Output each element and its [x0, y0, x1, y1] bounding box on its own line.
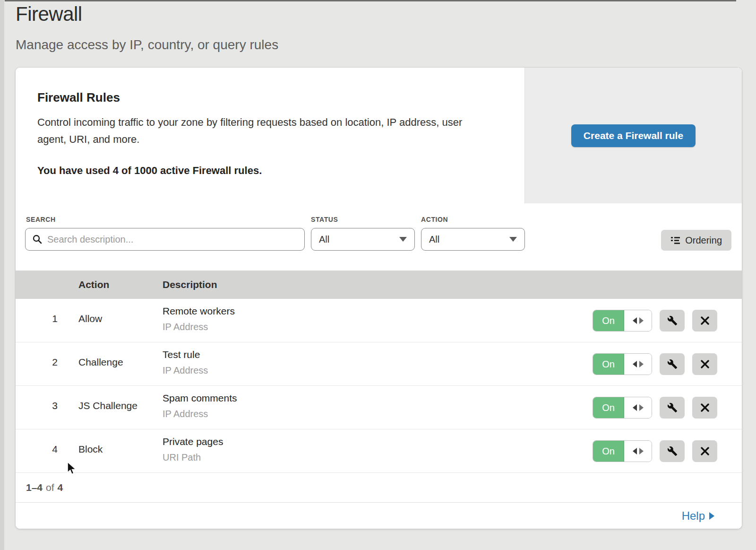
- rule-enabled-toggle[interactable]: On: [593, 353, 652, 375]
- close-icon: [701, 316, 709, 325]
- action-select[interactable]: All: [421, 228, 525, 251]
- help-arrow-icon: [709, 512, 714, 520]
- search-box[interactable]: [25, 228, 305, 251]
- table-header: Action Description: [16, 271, 742, 299]
- rule-action: Allow: [78, 313, 102, 324]
- rule-enabled-toggle[interactable]: On: [593, 440, 652, 462]
- rule-controls: On: [593, 440, 717, 462]
- edit-rule-button[interactable]: [660, 397, 685, 419]
- action-label: ACTION: [421, 216, 448, 223]
- table-row: 1 Allow Remote workers IP Address On: [16, 299, 742, 342]
- table-row: 3 JS Challenge Spam comments IP Address …: [16, 386, 742, 429]
- delete-rule-button[interactable]: [692, 440, 717, 462]
- rule-action: JS Challenge: [78, 400, 137, 411]
- delete-rule-button[interactable]: [692, 310, 717, 332]
- search-icon: [32, 234, 43, 244]
- search-input[interactable]: [47, 234, 298, 245]
- card-description: Control incoming traffic to your zone by…: [37, 114, 486, 148]
- page-title: Firewall: [16, 3, 82, 26]
- rule-number: 4: [49, 444, 61, 455]
- table-row: 4 Block Private pages URI Path On: [16, 429, 742, 473]
- wrench-icon: [667, 446, 678, 456]
- firewall-rules-card: Create a Firewall rule Firewall Rules Co…: [16, 68, 742, 529]
- rules-usage-text: You have used 4 of 1000 active Firewall …: [37, 165, 262, 177]
- window-left-edge: [0, 0, 4, 550]
- rule-controls: On: [593, 310, 717, 332]
- pagination-summary: 1–4 of 4: [16, 473, 742, 502]
- chevron-down-icon: [509, 237, 517, 242]
- edit-rule-button[interactable]: [660, 353, 685, 375]
- toggle-direction-icon: [624, 354, 652, 375]
- rule-action: Challenge: [78, 357, 123, 368]
- chevron-down-icon: [399, 237, 407, 242]
- delete-rule-button[interactable]: [692, 397, 717, 419]
- toggle-direction-icon: [624, 397, 652, 418]
- close-icon: [701, 360, 709, 368]
- card-top-section: Create a Firewall rule Firewall Rules Co…: [16, 68, 742, 203]
- status-select-value: All: [319, 234, 329, 245]
- window-top-edge: [5, 0, 736, 1]
- page-subtitle: Manage access by IP, country, or query r…: [16, 37, 278, 52]
- pagination-range: 1–4: [26, 482, 43, 493]
- toggle-on-label: On: [593, 441, 624, 462]
- status-label: STATUS: [311, 216, 338, 223]
- help-link[interactable]: Help: [682, 509, 714, 523]
- rule-description: Remote workers: [163, 306, 235, 317]
- rule-number: 2: [49, 357, 61, 368]
- rule-number: 3: [49, 400, 61, 411]
- rule-enabled-toggle[interactable]: On: [593, 397, 652, 419]
- column-header-description: Description: [163, 279, 217, 290]
- toggle-direction-icon: [624, 310, 652, 331]
- wrench-icon: [667, 359, 678, 369]
- create-rule-panel: Create a Firewall rule: [524, 68, 742, 203]
- toggle-on-label: On: [593, 310, 624, 331]
- close-icon: [701, 447, 709, 455]
- pagination-of: of: [46, 482, 54, 493]
- pagination-total: 4: [58, 482, 63, 493]
- help-link-label: Help: [682, 509, 705, 523]
- column-header-action: Action: [78, 279, 109, 290]
- toggle-on-label: On: [593, 397, 624, 418]
- rule-match-type: IP Address: [163, 322, 208, 332]
- filters-bar: SEARCH STATUS ACTION All All: [16, 203, 742, 271]
- rule-match-type: IP Address: [163, 409, 208, 419]
- rule-action: Block: [78, 444, 103, 455]
- edit-rule-button[interactable]: [660, 440, 685, 462]
- ordering-list-icon: [670, 236, 680, 245]
- edit-rule-button[interactable]: [660, 310, 685, 332]
- rule-match-type: IP Address: [163, 365, 208, 376]
- toggle-on-label: On: [593, 354, 624, 375]
- rule-description: Test rule: [163, 349, 200, 360]
- action-select-value: All: [429, 234, 439, 245]
- delete-rule-button[interactable]: [692, 353, 717, 375]
- ordering-button-label: Ordering: [685, 235, 722, 246]
- toggle-direction-icon: [624, 441, 652, 462]
- rule-controls: On: [593, 353, 717, 375]
- status-select[interactable]: All: [311, 228, 415, 251]
- search-label: SEARCH: [26, 216, 56, 223]
- card-heading: Firewall Rules: [37, 90, 120, 105]
- ordering-button[interactable]: Ordering: [661, 230, 731, 251]
- create-firewall-rule-button[interactable]: Create a Firewall rule: [571, 124, 696, 147]
- table-row: 2 Challenge Test rule IP Address On: [16, 342, 742, 386]
- card-footer: Help: [16, 502, 742, 529]
- close-icon: [701, 403, 709, 412]
- rule-number: 1: [49, 313, 61, 324]
- rule-enabled-toggle[interactable]: On: [593, 310, 652, 332]
- rule-description: Spam comments: [163, 393, 237, 404]
- rule-controls: On: [593, 397, 717, 419]
- wrench-icon: [667, 402, 678, 413]
- rule-description: Private pages: [163, 436, 223, 447]
- rule-match-type: URI Path: [163, 452, 201, 463]
- wrench-icon: [667, 315, 678, 326]
